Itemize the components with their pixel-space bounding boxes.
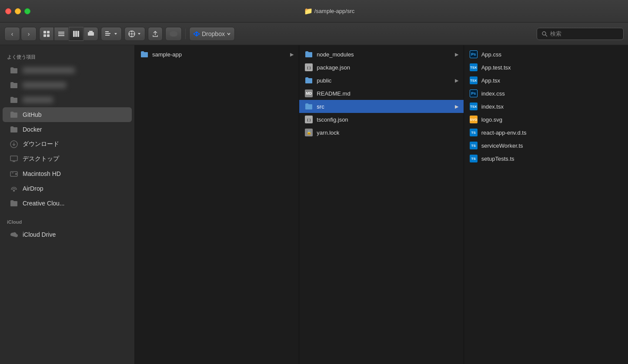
sidebar-item-blurred3[interactable] [3, 93, 132, 107]
sidebar-item-github[interactable]: GitHub [3, 107, 132, 122]
svg-rect-21 [170, 31, 177, 36]
disk-icon [10, 169, 18, 178]
icon-app-test: TSX [469, 63, 478, 72]
file-item-react-env[interactable]: TS react-app-env.d.ts [464, 126, 628, 139]
file-item-public[interactable]: public ▶ [299, 74, 463, 87]
folder-icon-public [304, 76, 313, 85]
file-item-readme[interactable]: MD README.md [299, 87, 463, 100]
sidebar-item-icloud-drive[interactable]: iCloud Drive [3, 227, 132, 242]
icon-app-tsx: TSX [469, 76, 478, 85]
file-item-service-worker[interactable]: TS serviceWorker.ts [464, 139, 628, 152]
github-folder-icon [10, 110, 18, 119]
column-1: sample-app ▶ [135, 45, 299, 364]
icon-index-css: Ps [469, 89, 478, 98]
file-columns: sample-app ▶ node_modules ▶ { } package.… [135, 45, 628, 364]
svg-rect-6 [58, 35, 64, 36]
svg-rect-12 [105, 31, 109, 32]
file-item-setup-tests[interactable]: TS setupTests.ts [464, 152, 628, 165]
dropbox-button[interactable]: Dropbox [189, 27, 235, 41]
svg-rect-8 [75, 31, 77, 37]
desktop-icon [10, 155, 18, 163]
file-item-tsconfig[interactable]: { } tsconfig.json [299, 113, 463, 126]
sidebar-item-airdrop[interactable]: AirDrop [3, 181, 132, 196]
back-button[interactable]: ‹ [4, 27, 20, 41]
index-css-name: index.css [481, 90, 623, 97]
icon-view-button[interactable] [39, 27, 54, 41]
file-item-logo-svg[interactable]: SVG logo.svg [464, 113, 628, 126]
column-view-button[interactable] [69, 27, 84, 41]
icon-logo-svg: SVG [469, 115, 478, 124]
svg-rect-0 [43, 31, 46, 33]
blurred-item-1 [23, 67, 75, 73]
file-item-index-tsx[interactable]: TSX index.tsx [464, 100, 628, 113]
cover-view-button[interactable] [84, 27, 98, 41]
list-view-button[interactable] [54, 27, 69, 41]
action-button[interactable] [124, 27, 145, 41]
sidebar-item-docker[interactable]: Docker [3, 122, 132, 137]
file-item-app-tsx[interactable]: TSX App.tsx [464, 74, 628, 87]
tag-button[interactable] [165, 27, 182, 41]
sidebar-item-blurred2[interactable] [3, 78, 132, 93]
file-item-node-modules[interactable]: node_modules ▶ [299, 48, 463, 61]
icon-react-env: TS [469, 128, 478, 137]
node-modules-name: node_modules [317, 51, 451, 58]
chevron-right-icon: ▶ [290, 52, 294, 57]
cloud-icon [10, 230, 18, 239]
title-folder-icon: 📁 [304, 7, 313, 15]
docker-label: Docker [23, 126, 42, 133]
file-item-sample-app[interactable]: sample-app ▶ [135, 48, 299, 61]
icloud-drive-label: iCloud Drive [23, 231, 56, 238]
svg-point-22 [542, 32, 546, 35]
minimize-button[interactable] [15, 8, 21, 14]
svg-rect-3 [47, 34, 50, 37]
svg-rect-11 [89, 31, 93, 32]
svg-rect-13 [105, 33, 110, 34]
svg-rect-1 [47, 31, 50, 33]
tsconfig-name: tsconfig.json [317, 116, 458, 123]
app-tsx-name: App.tsx [481, 77, 623, 84]
sidebar-item-macintosh[interactable]: Macintosh HD [3, 166, 132, 181]
creative-folder-icon [10, 199, 18, 208]
icloud-label: iCloud [0, 216, 134, 227]
file-item-src[interactable]: src ▶ [299, 100, 463, 113]
svg-rect-4 [58, 32, 64, 33]
sidebar-item-downloads[interactable]: ダウンロード [3, 137, 132, 152]
file-item-yarn-lock[interactable]: 🔒 yarn.lock [299, 126, 463, 139]
svg-point-19 [129, 33, 130, 34]
column-3: Ps App.css TSX App.test.tsx TSX App.tsx … [464, 45, 628, 364]
sidebar-item-blurred1[interactable] [3, 63, 132, 78]
logo-svg-name: logo.svg [481, 116, 623, 123]
nav-group: ‹ › [4, 27, 37, 41]
title-path: /sample-app/src [314, 8, 354, 14]
search-input[interactable] [550, 30, 615, 37]
react-env-name: react-app-env.d.ts [481, 129, 623, 136]
sidebar-item-creative[interactable]: Creative Clou... [3, 196, 132, 211]
dropbox-label: Dropbox [202, 30, 225, 37]
titlebar: 📁 /sample-app/src [0, 0, 628, 23]
folder-icon-sample-app [140, 50, 149, 59]
folder-icon-blurred3 [10, 96, 18, 104]
file-item-app-test[interactable]: TSX App.test.tsx [464, 61, 628, 74]
blurred-item-2 [23, 82, 66, 88]
file-item-package-json[interactable]: { } package.json [299, 61, 463, 74]
svg-point-17 [131, 31, 133, 32]
src-name: src [317, 103, 451, 110]
svg-point-27 [16, 173, 17, 175]
search-box[interactable] [537, 28, 624, 40]
github-label: GitHub [23, 111, 42, 118]
maximize-button[interactable] [24, 8, 30, 14]
window-title: 📁 /sample-app/src [36, 7, 623, 15]
group-view-button[interactable] [101, 27, 122, 41]
svg-point-16 [131, 33, 133, 35]
sidebar-item-desktop[interactable]: デスクトップ [3, 152, 132, 166]
search-icon [541, 31, 548, 37]
svg-point-20 [134, 33, 135, 34]
close-button[interactable] [5, 8, 11, 14]
service-worker-name: serviceWorker.ts [481, 142, 623, 149]
file-item-app-css[interactable]: Ps App.css [464, 48, 628, 61]
svg-point-28 [13, 190, 15, 192]
file-item-index-css[interactable]: Ps index.css [464, 87, 628, 100]
share-button[interactable] [148, 27, 163, 41]
forward-button[interactable]: › [21, 27, 37, 41]
svg-rect-2 [43, 34, 46, 37]
